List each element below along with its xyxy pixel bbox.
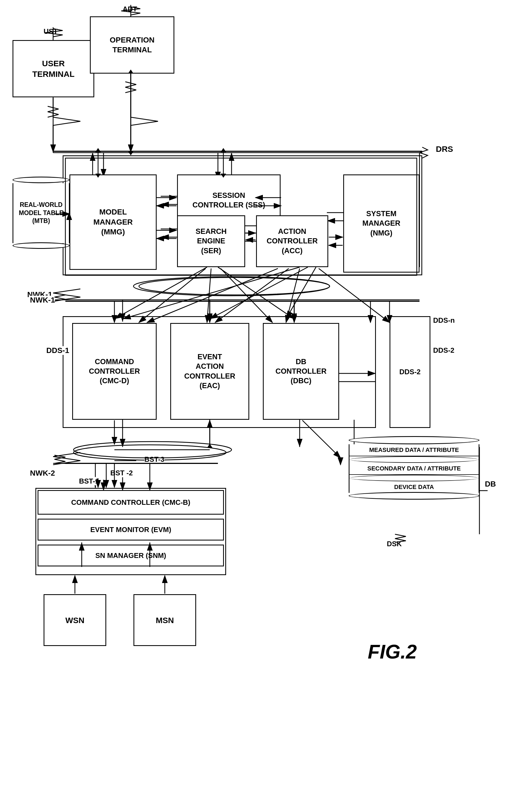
svg-line-78 [139,269,206,322]
svg-point-85 [139,277,330,295]
svg-marker-61 [221,148,226,152]
command-controller-d-label: COMMAND CONTROLLER (CMC-D) [89,357,140,386]
db-section1: MEASURED DATA / ATTRIBUTE [349,444,478,456]
search-engine-box: SEARCH ENGINE (SER) [177,215,245,267]
svg-marker-56 [128,151,134,155]
svg-line-83 [221,269,272,322]
db-controller-box: DB CONTROLLER (DBC) [263,323,339,420]
db-label: DB [485,480,496,489]
svg-marker-58 [95,148,101,152]
db-section3: DEVICE DATA [349,481,478,493]
svg-line-82 [286,269,300,322]
bst1-label: BST-1 [79,477,99,486]
bottom-controller-outer: COMMAND CONTROLLER (CMC-B) EVENT MONITOR… [36,488,226,575]
fig-label: FIG.2 [368,641,417,663]
nwk2-label: NWK-2 [30,469,55,477]
svg-line-81 [215,269,289,322]
user-terminal-label: USER TERMINAL [33,58,75,79]
disk-bottom [13,242,70,249]
wsn-box: WSN [44,594,106,646]
model-manager-box: MODEL MANAGER (MMG) [69,174,157,270]
cylinder-top [349,436,479,444]
ust-label: UST [44,27,58,36]
drs-label: DRS [436,144,453,154]
svg-line-80 [147,269,278,322]
system-manager-label: SYSTEM MANAGER (NMG) [362,209,401,238]
bst3-label: BST-3 [144,455,165,464]
operation-terminal-box: OPERATION TERMINAL [90,16,174,74]
disk-body: REAL-WORLD MODEL TABLE (MTB) [13,183,70,243]
svg-line-79 [207,269,211,322]
bst2-label: BST -2 [110,469,132,477]
adt-label: ADT [123,5,137,13]
svg-line-84 [319,269,390,322]
ddsn-label: DDS-n [433,316,455,324]
event-monitor-box: EVENT MONITOR (EVM) [38,519,224,540]
db-controller-label: DB CONTROLLER (DBC) [275,357,326,386]
disk-top [13,177,70,183]
dsk-label: DSK [387,540,402,548]
cylinder-mid-ellipse1 [349,456,478,463]
db-section2: SECONDARY DATA / ATTRIBUTE [349,463,478,475]
action-controller-box: ACTION CONTROLLER (ACC) [256,215,328,267]
event-action-controller-box: EVENT ACTION CONTROLLER (EAC) [170,323,249,420]
sn-manager-box: SN MANAGER (SNM) [38,545,224,566]
diagram: USER TERMINAL OPERATION TERMINAL UST ADT… [0,0,532,788]
svg-point-29 [134,277,330,296]
operation-terminal-label: OPERATION TERMINAL [110,35,155,55]
msn-box: MSN [134,594,196,646]
nwk1-mid-label: NWK-1 [30,296,55,304]
command-controller-b-box: COMMAND CONTROLLER (CMC-B) [38,490,224,515]
cylinder-mid-ellipse2 [349,475,478,481]
command-controller-d-box: COMMAND CONTROLLER (CMC-D) [72,323,157,420]
dds2-side-label: DDS-2 [433,346,454,355]
action-controller-label: ACTION CONTROLLER (ACC) [267,227,318,255]
dds2-outer-box: DDS-2 [390,316,430,428]
model-table-disk: REAL-WORLD MODEL TABLE (MTB) [13,174,70,251]
system-manager-box: SYSTEM MANAGER (NMG) [343,174,420,273]
cylinder-bottom [349,492,479,500]
model-manager-label: MODEL MANAGER (MMG) [94,207,133,237]
event-action-controller-label: EVENT ACTION CONTROLLER (EAC) [184,352,235,390]
dds1-label: DDS-1 [46,346,69,355]
svg-marker-97 [207,444,212,448]
session-controller-label: SESSION CONTROLLER (SES) [192,191,265,210]
search-engine-label: SEARCH ENGINE (SER) [196,227,227,255]
db-cylinder: MEASURED DATA / ATTRIBUTE SECONDARY DATA… [349,436,479,500]
user-terminal-box: USER TERMINAL [13,40,94,97]
